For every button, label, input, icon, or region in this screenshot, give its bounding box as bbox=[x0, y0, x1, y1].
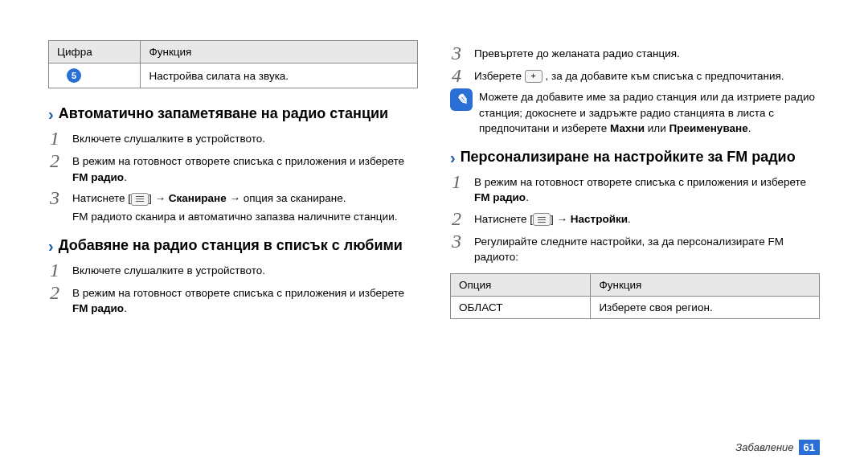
step-4: 4 Изберете + , за да добавите към списък… bbox=[452, 66, 820, 85]
section-heading-customize-fm: › Персонализиране на настройките за FM р… bbox=[450, 148, 820, 167]
option-function-table: Опция Функция ОБЛАСТ Изберете своя регио… bbox=[450, 273, 820, 319]
page-number: 61 bbox=[799, 440, 820, 455]
footer-section-name: Забавление bbox=[735, 441, 793, 453]
step-number-2-icon: 2 bbox=[452, 209, 466, 228]
number-function-table: Цифра Функция 5 Настройва силата на звук… bbox=[48, 40, 418, 88]
step-1: 1 Включете слушалките в устройството. bbox=[50, 129, 418, 148]
table-header-function: Функция bbox=[141, 41, 418, 63]
table-header-option: Опция bbox=[451, 273, 591, 296]
chevron-right-icon: › bbox=[48, 104, 54, 124]
step-2: 2 В режим на готовност отворете списъка … bbox=[50, 151, 418, 185]
table-header-number: Цифра bbox=[49, 41, 141, 63]
step-3: 3 Превъртете до желаната радио станция. bbox=[452, 43, 820, 63]
note-icon: ✎ bbox=[450, 88, 473, 111]
step-number-3-icon: 3 bbox=[452, 43, 466, 63]
table-header-function: Функция bbox=[591, 273, 820, 296]
step-number-1-icon: 1 bbox=[50, 129, 64, 148]
table-cell-option: ОБЛАСТ bbox=[451, 296, 591, 318]
menu-icon bbox=[533, 213, 551, 226]
chevron-right-icon: › bbox=[48, 236, 54, 256]
step-number-1-icon: 1 bbox=[452, 172, 466, 191]
step-3: 3 Регулирайте следните настройки, за да … bbox=[452, 231, 820, 265]
step-2: 2 В режим на готовност отворете списъка … bbox=[50, 283, 418, 317]
table-cell-function: Настройва силата на звука. bbox=[141, 63, 418, 88]
step-2: 2 Натиснете [] → Настройки. bbox=[452, 209, 820, 228]
table-cell-function: Изберете своя регион. bbox=[591, 296, 820, 318]
step-1: 1 Включете слушалките в устройството. bbox=[50, 260, 418, 280]
number-badge-5-icon: 5 bbox=[67, 68, 81, 83]
note-block: ✎ Можете да добавите име за радио станци… bbox=[450, 88, 820, 137]
step-3: 3 Натиснете [] → Сканиране → опция за ск… bbox=[50, 188, 418, 207]
step-number-3-icon: 3 bbox=[452, 231, 466, 251]
page-footer: Забавление 61 bbox=[735, 440, 820, 455]
step-number-3-icon: 3 bbox=[50, 188, 64, 207]
step-number-1-icon: 1 bbox=[50, 260, 64, 280]
chevron-right-icon: › bbox=[450, 148, 456, 167]
plus-icon: + bbox=[525, 70, 542, 83]
section-heading-auto-save-stations: › Автоматично запаметяване на радио стан… bbox=[48, 104, 418, 124]
menu-icon bbox=[131, 193, 149, 206]
step-number-2-icon: 2 bbox=[50, 283, 64, 302]
section-heading-add-favorite: › Добавяне на радио станция в списък с л… bbox=[48, 236, 418, 256]
table-cell-number: 5 bbox=[49, 63, 141, 88]
step-number-4-icon: 4 bbox=[452, 66, 466, 85]
step-3-continuation: FM радиото сканира и автоматично запазва… bbox=[72, 209, 418, 225]
step-1: 1 В режим на готовност отворете списъка … bbox=[452, 172, 820, 206]
step-number-2-icon: 2 bbox=[50, 151, 64, 170]
